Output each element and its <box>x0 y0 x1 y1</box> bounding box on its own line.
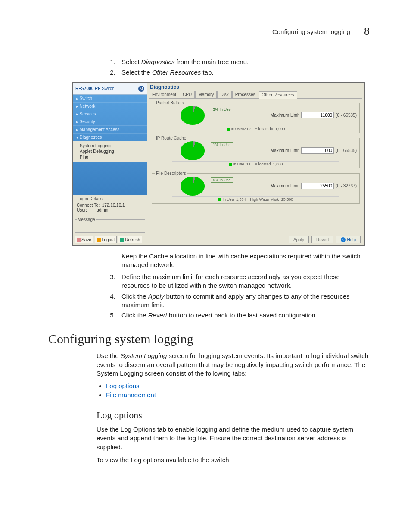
percent-badge: 3% In Use <box>211 107 233 112</box>
after-image-note: Keep the Cache allocation in line with c… <box>121 252 370 270</box>
percent-badge: 6% In Use <box>211 177 233 183</box>
save-button[interactable]: Save <box>75 236 93 243</box>
header-title: Configuring system logging <box>272 28 350 35</box>
max-limit-input[interactable] <box>301 183 334 189</box>
max-limit-label: Maximum Limit <box>271 184 299 188</box>
subtree-system-logging[interactable]: System Logging <box>80 143 144 149</box>
max-limit-input[interactable] <box>301 112 334 118</box>
resource-panel: IP Route Cache1% In UseMaximum Limit(0 -… <box>152 136 360 168</box>
screenshot: RFS7000 RF Switch M Switch Network Servi… <box>72 82 370 246</box>
sidebar-subtree: System Logging Applet Debugging Ping <box>73 141 147 162</box>
sidebar-item-management[interactable]: Management Access <box>73 126 147 134</box>
tabs: Environment CPU Memory Disk Processes Ot… <box>147 91 364 98</box>
step-item: Click the Revert button to revert back t… <box>117 311 370 320</box>
step-item: Define the maximum limit for each resour… <box>117 273 370 290</box>
sidebar-item-services[interactable]: Services <box>73 110 147 118</box>
disk-icon <box>77 238 81 242</box>
max-limit-input[interactable] <box>301 147 334 154</box>
range-label: (0 - 65535) <box>336 113 357 118</box>
body-paragraph: Use the Log Options tab to enable loggin… <box>97 425 370 451</box>
revert-button[interactable]: Revert <box>311 236 333 243</box>
help-button[interactable]: ?Help <box>336 236 361 243</box>
logout-icon <box>97 238 101 242</box>
refresh-button[interactable]: Refresh <box>118 236 142 243</box>
range-label: (0 - 65535) <box>336 148 357 153</box>
resource-panel: Packet Buffers3% In UseMaximum Limit(0 -… <box>152 100 360 133</box>
sidebar-header: RFS7000 RF Switch M <box>73 83 147 95</box>
chapter-number: 8 <box>364 25 370 37</box>
login-details: Login Details Connect To: 172.16.10.1 Us… <box>75 196 145 215</box>
step-item: Click the Apply button to commit and app… <box>117 292 370 310</box>
legend-swatch-icon <box>227 128 230 131</box>
tab-environment[interactable]: Environment <box>149 91 179 98</box>
link-list: Log options File management <box>48 382 370 398</box>
subtree-ping[interactable]: Ping <box>80 154 144 160</box>
max-limit-label: Maximum Limit <box>271 113 299 118</box>
list-item: Log options <box>106 382 370 389</box>
sidebar-item-switch[interactable]: Switch <box>73 95 147 103</box>
link-file-management[interactable]: File management <box>106 391 156 398</box>
running-header: Configuring system logging 8 <box>48 25 370 38</box>
tab-cpu[interactable]: CPU <box>180 91 195 98</box>
max-limit-label: Maximum Limit <box>271 148 299 153</box>
tab-disk[interactable]: Disk <box>217 91 231 98</box>
link-log-options[interactable]: Log options <box>106 382 140 389</box>
pie-chart-icon <box>181 177 205 196</box>
step-item: Select the Other Resources tab. <box>117 68 370 77</box>
tab-processes[interactable]: Processes <box>232 91 258 98</box>
percent-badge: 1% In Use <box>211 142 233 147</box>
refresh-icon <box>120 238 124 242</box>
panel-title: Diagnostics <box>147 83 364 91</box>
logout-button[interactable]: Logout <box>95 236 117 243</box>
sidebar-item-security[interactable]: Security <box>73 118 147 126</box>
section-heading: Configuring system logging <box>48 332 370 346</box>
tab-memory[interactable]: Memory <box>195 91 217 98</box>
chart-caption: In Use=1,584 High Water Mark=25,500 <box>172 196 339 202</box>
chart-caption: In Use=312 Allocated=11,000 <box>172 126 339 131</box>
sidebar-item-network[interactable]: Network <box>73 103 147 110</box>
panel-legend: IP Route Cache <box>155 136 187 140</box>
steps-list-top: Select Diagnostics from the main tree me… <box>48 58 370 77</box>
pie-chart-icon <box>181 106 205 125</box>
step-item: Select Diagnostics from the main tree me… <box>117 58 370 66</box>
sidebar: RFS7000 RF Switch M Switch Network Servi… <box>73 83 147 245</box>
legend-swatch-icon <box>218 198 221 201</box>
panel-legend: File Descriptors <box>155 171 187 176</box>
help-icon: ? <box>341 237 346 242</box>
pie-chart-icon <box>181 141 205 160</box>
message-box: Message <box>75 217 145 233</box>
chart-caption: In Use=11 Allocated=1,000 <box>172 161 339 166</box>
tab-other-resources[interactable]: Other Resources <box>259 91 298 99</box>
subtree-applet-debugging[interactable]: Applet Debugging <box>80 149 144 154</box>
legend-swatch-icon <box>229 163 232 166</box>
sidebar-item-diagnostics[interactable]: Diagnostics <box>73 134 147 141</box>
resource-panel: File Descriptors6% In UseMaximum Limit(0… <box>152 171 360 204</box>
panel-legend: Packet Buffers <box>155 100 185 105</box>
steps-list-bottom: Define the maximum limit for each resour… <box>48 273 370 320</box>
apply-button[interactable]: Apply <box>289 236 309 243</box>
body-paragraph: To view the Log options available to the… <box>97 456 370 464</box>
list-item: File management <box>106 391 370 398</box>
body-paragraph: Use the System Logging screen for loggin… <box>97 352 370 378</box>
range-label: (0 - 32767) <box>336 184 357 188</box>
subsection-heading: Log options <box>97 410 370 421</box>
motorola-icon: M <box>138 86 144 92</box>
